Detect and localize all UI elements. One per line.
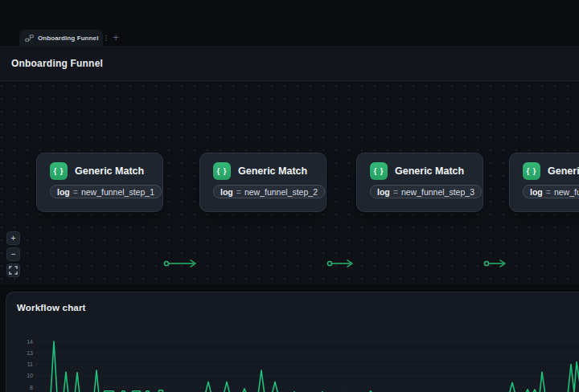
node-title: Generic Match [548, 165, 579, 177]
node-attribute-badge: log = new_funnel_step_3 [370, 185, 482, 198]
workflow-chart-panel: Workflow chart 141311108 [6, 292, 579, 392]
new-tab-button[interactable]: + [110, 31, 121, 44]
tab-bar: Onboarding Funnel ⋮ + [0, 0, 579, 46]
badge-key: log [220, 187, 233, 197]
node-generic-match-4[interactable]: { } Generic Match log = new_funnel_step_… [509, 153, 579, 212]
badge-value: new_funnel_step_3 [401, 187, 474, 197]
badge-operator: = [546, 187, 551, 197]
tab-label: Onboarding Funnel [38, 35, 98, 42]
badge-operator: = [73, 187, 78, 197]
workflow-canvas[interactable]: { } Generic Match log = new_funnel_step_… [0, 81, 579, 284]
y-tick-label: 11 [27, 361, 33, 367]
node-header: { } Generic Match [523, 161, 579, 180]
chart-line-series [37, 341, 579, 392]
braces-icon: { } [523, 162, 540, 180]
node-generic-match-3[interactable]: { } Generic Match log = new_funnel_step_… [356, 153, 483, 212]
y-tick-label: 8 [30, 385, 33, 390]
node-generic-match-1[interactable]: { } Generic Match log = new_funnel_step_… [36, 153, 163, 212]
badge-value: new_funnel_step_4 [554, 187, 579, 197]
node-header: { } Generic Match [50, 161, 150, 180]
braces-icon: { } [50, 162, 68, 180]
zoom-in-button[interactable]: + [6, 231, 20, 245]
y-tick-label: 13 [27, 350, 33, 356]
node-title: Generic Match [395, 165, 464, 177]
braces-icon: { } [370, 162, 388, 180]
node-title: Generic Match [238, 165, 307, 177]
fit-view-button[interactable] [6, 263, 20, 277]
badge-operator: = [236, 187, 241, 197]
node-header: { } Generic Match [370, 161, 470, 180]
tab-onboarding-funnel[interactable]: Onboarding Funnel ⋮ [19, 30, 103, 46]
badge-operator: = [393, 187, 398, 197]
y-tick-label: 10 [27, 373, 33, 378]
fit-view-icon [9, 266, 18, 275]
badge-value: new_funnel_step_2 [244, 187, 318, 197]
node-header: { } Generic Match [213, 161, 313, 180]
workflow-chart-title: Workflow chart [17, 303, 86, 312]
y-tick-label: 14 [27, 339, 33, 345]
badge-value: new_funnel_step_1 [81, 187, 154, 197]
workflow-chart: 141311108 [6, 337, 579, 392]
workflow-chart-svg: 141311108 [6, 337, 579, 392]
node-attribute-badge: log = new_funnel_step_1 [50, 185, 162, 198]
braces-icon: { } [213, 162, 231, 180]
node-attribute-badge: log = new_funnel_step_2 [213, 185, 325, 198]
zoom-out-button[interactable]: − [6, 247, 20, 261]
badge-key: log [377, 187, 390, 197]
node-generic-match-2[interactable]: { } Generic Match log = new_funnel_step_… [199, 153, 326, 212]
app-window: { "tab_bar": { "active_tab": { "label": … [0, 0, 579, 392]
page-title: Onboarding Funnel [11, 58, 103, 69]
node-attribute-badge: log = new_funnel_step_4 [523, 185, 579, 198]
node-title: Generic Match [75, 165, 144, 177]
tab-menu-icon[interactable]: ⋮ [102, 35, 109, 42]
edge-connector [326, 257, 356, 270]
badge-key: log [530, 187, 543, 197]
page-header: Onboarding Funnel [0, 46, 579, 81]
edge-connector [483, 257, 509, 270]
badge-key: log [57, 187, 70, 197]
edge-connector [163, 257, 199, 270]
workflow-icon [25, 34, 34, 43]
